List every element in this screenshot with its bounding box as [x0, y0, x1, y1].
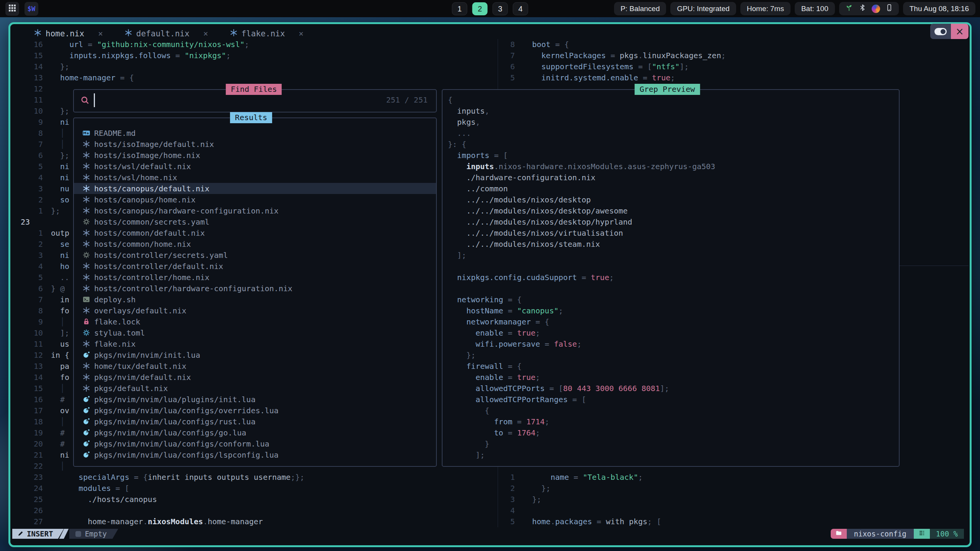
app-launcher-button[interactable]	[5, 2, 19, 16]
result-item[interactable]: hosts/isoImage/default.nix	[74, 139, 436, 150]
result-item[interactable]: hosts/isoImage/home.nix	[74, 150, 436, 161]
top-status-bar: $W 1234 P: BalancedGPU: IntegratedHome: …	[0, 0, 980, 17]
line-number: 7	[21, 294, 43, 305]
split-separator	[898, 266, 969, 266]
result-item[interactable]: hosts/controller/hardware-configuration.…	[74, 283, 436, 294]
code-line: 25 ./hosts/canopus	[21, 494, 304, 505]
buffer-icon	[75, 531, 81, 537]
result-item[interactable]: home/tux/default.nix	[74, 360, 436, 372]
code-line: 14 };	[21, 61, 304, 72]
result-item[interactable]: pkgs/nvim/nvim/lua/configs/go.lua	[74, 427, 436, 438]
line-number: 9	[21, 316, 43, 328]
status-pill: GPU: Integrated	[670, 2, 736, 15]
lua-file-icon	[82, 429, 90, 437]
window-close-button[interactable]: ×	[951, 24, 969, 39]
code-line: 2 };	[480, 483, 661, 494]
right-top-editor-pane[interactable]: 8boot = {7 kernelPackages = pkgs.linuxPa…	[480, 39, 726, 83]
workspace-button-4[interactable]: 4	[513, 2, 528, 15]
result-item[interactable]: flake.nix	[74, 338, 436, 349]
result-label: hosts/common/default.nix	[94, 228, 205, 238]
nix-file-icon	[82, 184, 90, 192]
bluetooth-icon[interactable]	[859, 3, 866, 14]
result-item[interactable]: hosts/controller/home.nix	[74, 272, 436, 283]
result-label: flake.lock	[94, 317, 140, 326]
result-item[interactable]: hosts/controller/default.nix	[74, 261, 436, 272]
yaml-file-icon	[82, 218, 90, 226]
line-number: 8	[21, 128, 43, 139]
result-label: deploy.sh	[94, 295, 136, 304]
result-label: hosts/controller/secrets.yaml	[94, 251, 228, 260]
result-item[interactable]: pkgs/nvim/nvim/lua/configs/rust.lua	[74, 416, 436, 427]
result-item[interactable]: hosts/wsl/default.nix	[74, 161, 436, 172]
result-item[interactable]: hosts/canopus/home.nix	[74, 194, 436, 205]
result-item[interactable]: hosts/common/default.nix	[74, 227, 436, 238]
toggle-switch-icon	[934, 28, 947, 35]
result-label: pkgs/nvim/nvim/lua/configs/conform.lua	[94, 439, 270, 448]
preview-line: ../../modules/nixos/desktop	[448, 194, 715, 205]
pencil-icon	[18, 530, 24, 538]
line-number: 18	[21, 416, 43, 427]
result-item[interactable]: pkgs/nvim/nvim/lua/configs/overrides.lua	[74, 405, 436, 416]
result-item[interactable]: hosts/wsl/home.nix	[74, 172, 436, 183]
workspace-button-2[interactable]: 2	[472, 2, 488, 15]
result-label: flake.nix	[94, 339, 136, 349]
preview-line: ../../modules/nixos/desktop/hyprland	[448, 217, 715, 228]
tab-close-icon[interactable]: ×	[299, 29, 304, 38]
lua-file-icon	[82, 440, 90, 448]
result-item[interactable]: pkgs/nvim/nvim/lua/configs/conform.lua	[74, 438, 436, 449]
result-item[interactable]: pkgs/nvim/default.nix	[74, 372, 436, 383]
line-number: 25	[21, 494, 43, 505]
result-item[interactable]: pkgs/default.nix	[74, 383, 436, 394]
result-item[interactable]: deploy.sh	[74, 294, 436, 305]
workspace-logo-button[interactable]: $W	[24, 2, 38, 16]
result-item[interactable]: hosts/controller/secrets.yaml	[74, 249, 436, 261]
result-item[interactable]: hosts/canopus/hardware-configuration.nix	[74, 205, 436, 216]
tab-close-icon[interactable]: ×	[98, 29, 103, 38]
transparency-toggle-button[interactable]	[930, 24, 951, 39]
mode-label: INSERT	[27, 530, 53, 538]
right-bottom-editor-pane[interactable]: 1 name = "Tela-black";2 };3};45home.pack…	[480, 472, 661, 527]
line-number: 16	[21, 394, 43, 405]
results-list: README.mdhosts/isoImage/default.nixhosts…	[74, 127, 436, 460]
status-pill: Bat: 100	[795, 2, 835, 15]
status-pill: P: Balanced	[614, 2, 666, 15]
nix-file-icon	[82, 373, 90, 381]
folder-icon	[835, 530, 842, 538]
line-number: 3	[480, 494, 515, 505]
result-label: README.md	[94, 129, 136, 138]
result-item[interactable]: pkgs/nvim/nvim/init.lua	[74, 349, 436, 360]
network-plant-icon[interactable]	[845, 3, 853, 14]
result-item[interactable]: README.md	[74, 127, 436, 139]
preview-line: enable = true;	[448, 372, 715, 383]
workspace-button-3[interactable]: 3	[493, 2, 508, 15]
tab-label: flake.nix	[242, 29, 285, 38]
result-item[interactable]: stylua.toml	[74, 327, 436, 338]
line-number: 12	[21, 350, 43, 361]
lua-file-icon	[82, 451, 90, 459]
project-name: nixos-config	[847, 529, 914, 539]
code-line: 1 name = "Tela-black";	[480, 472, 661, 483]
result-item[interactable]: pkgs/nvim/nvim/lua/configs/lspconfig.lua	[74, 449, 436, 460]
preview-line: };	[448, 350, 715, 361]
nix-file-icon	[82, 306, 90, 315]
workspace-button-1[interactable]: 1	[452, 2, 467, 15]
result-item[interactable]: overlays/default.nix	[74, 305, 436, 316]
result-item[interactable]: pkgs/nvim/nvim/lua/plugins/init.lua	[74, 394, 436, 405]
preview-line: ../../modules/nixos/virtualisation	[448, 228, 715, 239]
result-item[interactable]: flake.lock	[74, 316, 436, 327]
tab-close-icon[interactable]: ×	[203, 29, 208, 38]
line-number: 1	[21, 205, 43, 217]
buffer-segment: Empty	[69, 529, 118, 539]
line-number: 2	[480, 483, 515, 494]
result-item[interactable]: hosts/common/secrets.yaml	[74, 216, 436, 227]
line-number: 2	[21, 239, 43, 250]
apps-grid-icon	[8, 4, 16, 13]
result-item[interactable]: hosts/canopus/default.nix	[74, 183, 436, 194]
color-wheel-icon[interactable]	[872, 5, 880, 13]
result-label: pkgs/nvim/nvim/lua/configs/rust.lua	[94, 417, 255, 426]
result-label: stylua.toml	[94, 328, 145, 337]
result-label: overlays/default.nix	[94, 306, 186, 315]
phone-icon[interactable]	[885, 3, 893, 14]
line-number: 16	[21, 39, 43, 50]
result-item[interactable]: hosts/common/home.nix	[74, 238, 436, 249]
